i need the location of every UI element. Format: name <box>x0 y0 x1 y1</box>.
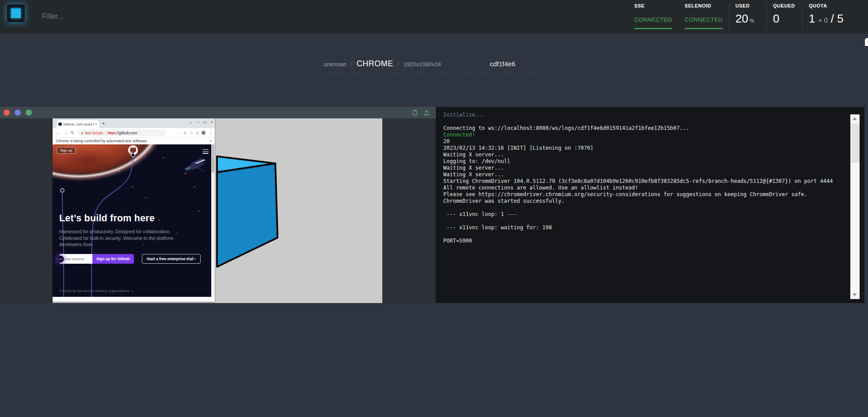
email-field[interactable] <box>59 254 92 264</box>
back-icon[interactable]: ← <box>56 130 60 135</box>
hamburger-menu-icon[interactable] <box>202 148 209 155</box>
browser-toolbar: ← → ↻ ▲ Not secure | https ://github.com… <box>53 128 215 138</box>
scroll-up-icon[interactable] <box>853 117 857 120</box>
quota-value-row: 1 + 0 / 5 <box>809 12 849 26</box>
browser-scrollbar-thumb[interactable] <box>212 144 214 173</box>
selenoid-status: SELENOID CONNECTED <box>678 0 729 34</box>
log-line <box>443 205 845 211</box>
log-line: Please see https://chromedriver.chromium… <box>443 191 845 198</box>
log-line: All remote connections are allowed. Use … <box>443 185 845 191</box>
quota-label: QUOTA <box>809 3 849 8</box>
maximize-button[interactable]: ▭ <box>203 120 207 124</box>
used-label: USED <box>735 3 760 8</box>
log-scrollbar[interactable] <box>850 114 860 299</box>
log-line <box>443 218 845 224</box>
session-browser-name: CHROME <box>357 59 393 68</box>
vnc-panel: GitHub: Let's build from he × + ⌄ – ▭ × … <box>0 107 436 303</box>
upload-icon[interactable] <box>423 110 430 116</box>
vnc-titlebar <box>0 107 436 118</box>
queued-status: QUEUED 0 <box>767 0 802 34</box>
log-line: Starting ChromeDriver 104.0.5112.79 (3cf… <box>443 178 845 185</box>
log-line: ChromeDriver was started successfully. <box>443 198 845 205</box>
github-signup-link[interactable]: Sign up <box>57 147 76 154</box>
url-host: ://github.com <box>116 131 137 135</box>
session-browser-version: unknown <box>324 61 346 68</box>
address-bar[interactable]: ▲ Not secure | https ://github.com <box>77 129 166 136</box>
tab-title: GitHub: Let's build from he <box>63 122 94 126</box>
log-line: --- x11vnc loop: 1 --- <box>443 211 845 218</box>
menu-icon[interactable]: ⋮ <box>209 131 213 135</box>
queued-count: 0 <box>773 12 779 26</box>
github-logo-icon[interactable] <box>128 145 138 155</box>
tab-close-icon[interactable]: × <box>95 122 97 126</box>
quota-used: 1 <box>809 12 815 26</box>
enterprise-trial-button[interactable]: Start a free enterprise trial › <box>142 254 201 264</box>
log-line: Waiting X server... <box>443 171 845 178</box>
log-line: Logging to: /dev/null <box>443 158 845 165</box>
star-icon[interactable]: ☆ <box>190 131 193 135</box>
filter-input[interactable] <box>42 7 228 26</box>
top-bar: SSE CONNECTED SELENOID CONNECTED USED 20… <box>0 0 868 34</box>
quota-total: 5 <box>837 12 843 26</box>
log-line: 20 <box>443 138 845 145</box>
spaceship-illustration <box>181 156 208 176</box>
chevron-down-icon[interactable]: ⌄ <box>190 120 193 124</box>
github-favicon-icon <box>58 122 62 126</box>
profile-avatar[interactable] <box>202 131 206 135</box>
chrome-browser-window: GitHub: Let's build from he × + ⌄ – ▭ × … <box>53 118 215 302</box>
session-resolution: 1920x1080x24 <box>404 61 441 68</box>
window-maximize-dot[interactable] <box>26 110 32 116</box>
vnc-screen[interactable]: GitHub: Let's build from he × + ⌄ – ▭ × … <box>53 118 382 303</box>
browser-scrollbar[interactable] <box>211 144 215 302</box>
session-separator: / <box>397 60 400 68</box>
selenoid-label: SELENOID <box>685 3 723 8</box>
selenoid-logo[interactable] <box>7 4 25 22</box>
new-tab-button[interactable]: + <box>102 121 105 126</box>
share-icon[interactable]: ≺ <box>183 131 187 135</box>
tab-strip: GitHub: Let's build from he × + ⌄ – ▭ × <box>53 118 215 128</box>
selenoid-value: CONNECTED <box>685 16 723 23</box>
window-minimize-dot[interactable] <box>15 110 21 116</box>
url-scheme: https <box>108 131 116 135</box>
trusted-line: Trusted by the world’s leading organizat… <box>59 289 133 293</box>
scroll-down-icon[interactable] <box>853 293 857 296</box>
log-line: PORT=5900 <box>443 238 845 244</box>
used-value: 20 <box>735 12 748 26</box>
log-line <box>443 118 845 125</box>
vnc-toolbar-icons <box>412 110 430 116</box>
selenoid-underline <box>685 28 723 29</box>
github-signup-form: Sign up for GitHub Start a free enterpri… <box>59 254 201 264</box>
forward-icon[interactable]: → <box>63 130 68 135</box>
selenoid-ui-page: SSE CONNECTED SELENOID CONNECTED USED 20… <box>0 0 868 417</box>
log-line: Connected! <box>443 132 845 138</box>
quota-pending: + 0 <box>818 16 827 24</box>
log-line: --- x11vnc loop: waiting for: 198 <box>443 224 845 231</box>
infobar-text: Chrome is being controlled by automated … <box>56 139 148 143</box>
browser-tab[interactable]: GitHub: Let's build from he × <box>57 120 99 128</box>
github-hero: Sign up Let’s build from here Harnessed … <box>53 144 215 297</box>
log-line: Waiting X server... <box>443 152 845 158</box>
infobar-close-icon[interactable]: × <box>209 139 212 143</box>
log-scrollbar-thumb[interactable] <box>850 123 860 163</box>
log-line: Waiting X server... <box>443 165 845 171</box>
browser-bottom-strip <box>53 297 215 302</box>
tab-capabilities[interactable]: CAPABILITIES <box>865 38 868 46</box>
minimize-button[interactable]: – <box>197 120 199 124</box>
close-button[interactable]: × <box>211 120 213 124</box>
not-secure-label: Not secure <box>85 131 103 135</box>
clipboard-icon[interactable] <box>412 110 418 116</box>
log-line: Connecting to ws://localhost:8080/ws/log… <box>443 125 845 132</box>
signup-for-github-button[interactable]: Sign up for GitHub <box>92 254 134 264</box>
used-status: USED 20 % <box>729 0 766 34</box>
session-row[interactable]: unknown / CHROME / 1920x1080x24 cdf1f4e6 <box>324 59 547 74</box>
window-close-dot[interactable] <box>4 110 10 116</box>
queued-label: QUEUED <box>773 3 796 8</box>
warning-icon: ▲ <box>80 131 84 134</box>
url-divider: | <box>105 131 106 135</box>
reload-icon[interactable]: ↻ <box>71 130 74 135</box>
side-panel-icon[interactable]: ▯ <box>196 131 198 135</box>
log-line: 2023/02/13 14:32:16 [INIT] [Listening on… <box>443 145 845 152</box>
cube-drawing <box>215 154 282 270</box>
window-controls: ⌄ – ▭ × <box>190 120 213 124</box>
sse-underline <box>634 28 672 29</box>
